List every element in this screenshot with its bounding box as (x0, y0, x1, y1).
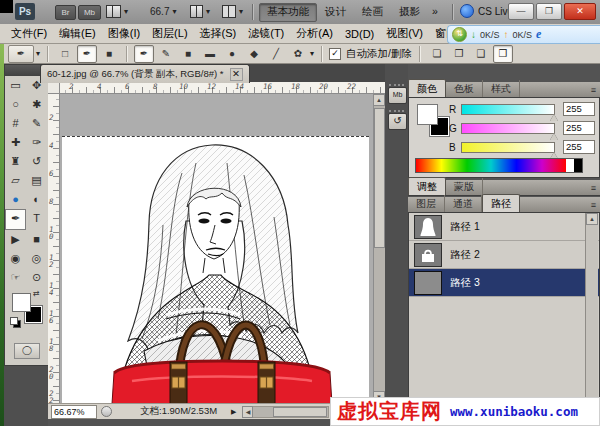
shape-tool[interactable]: ■ (26, 230, 47, 249)
tab-close-icon[interactable]: ✕ (230, 68, 243, 81)
tab-paths[interactable]: 路径 (482, 194, 520, 212)
green-slider[interactable] (461, 123, 555, 134)
line-button[interactable]: ╱ (266, 45, 286, 63)
arrange-documents-button[interactable]: ▾ (106, 4, 128, 19)
restore-button[interactable]: ❐ (536, 3, 562, 20)
green-value-field[interactable]: 255 (563, 121, 595, 135)
rectangle-button[interactable]: ■ (178, 45, 198, 63)
mini-bridge-panel-icon[interactable]: Mb (388, 87, 407, 104)
path-exclude-button[interactable]: ❒ (493, 45, 513, 63)
paths-scrollbar[interactable]: ▲ (585, 213, 598, 426)
brush-tool[interactable]: ✑ (26, 133, 47, 152)
default-colors-icon[interactable] (10, 317, 20, 327)
pen-tool[interactable]: ✒ (5, 209, 26, 230)
slider-thumb-icon[interactable] (550, 114, 558, 121)
lasso-tool[interactable]: ○ (5, 95, 26, 114)
tab-styles[interactable]: 样式 (483, 80, 520, 97)
rotate-view-tool[interactable]: ◉ (5, 249, 26, 268)
vertical-ruler[interactable]: 2 4 6 8 10 12 14 16 18 20 22 (48, 94, 60, 403)
document-tab[interactable]: 60-12.jpg @ 66.7% (背景 副本, RGB/8#) * ✕ (40, 64, 250, 83)
horizontal-ruler[interactable]: 2 4 6 8 10 12 14 16 18 20 22 (60, 82, 385, 94)
quick-mask-button[interactable]: ◯ (14, 343, 40, 359)
horizontal-scroll-track[interactable] (253, 406, 329, 418)
tab-color[interactable]: 颜色 (408, 79, 446, 97)
dodge-tool[interactable]: ◐ (26, 190, 47, 209)
ellipse-button[interactable]: ● (222, 45, 242, 63)
history-panel-icon[interactable]: ↺ (388, 113, 407, 130)
color-spectrum-ramp[interactable] (415, 158, 583, 173)
path-thumbnail[interactable] (414, 271, 442, 295)
blue-value-field[interactable]: 255 (563, 140, 595, 154)
rounded-rectangle-button[interactable]: ▬ (200, 45, 220, 63)
close-button[interactable]: ✕ (564, 3, 596, 20)
menu-3d[interactable]: 3D(D) (340, 28, 379, 40)
freeform-pen-button[interactable]: ✎ (156, 45, 176, 63)
blue-slider[interactable] (461, 142, 555, 153)
menu-select[interactable]: 选择(S) (195, 26, 242, 41)
hand-tool[interactable]: ☞ (5, 268, 26, 287)
foreground-color-swatch[interactable] (417, 104, 438, 125)
shape-layers-mode-button[interactable]: □ (55, 45, 75, 63)
path-row-3-selected[interactable]: 路径 3 (409, 269, 599, 297)
menu-view[interactable]: 视图(V) (381, 26, 428, 41)
vertical-scroll-thumb[interactable] (374, 108, 385, 248)
black-swatch[interactable] (574, 159, 582, 172)
minimize-button[interactable]: — (508, 3, 534, 20)
3d-camera-tool[interactable]: ◎ (26, 249, 47, 268)
image-with-selection-marquee[interactable] (62, 136, 369, 403)
mini-bridge-button[interactable]: Mb (78, 5, 101, 20)
zoom-tool[interactable]: ⊙ (26, 268, 47, 287)
custom-shape-button[interactable]: ✿ (288, 45, 308, 63)
path-row-1[interactable]: 路径 1 (409, 213, 599, 241)
tab-swatches[interactable]: 色板 (446, 80, 483, 97)
zoom-level-control[interactable]: 66.7 ▾ (150, 4, 176, 19)
menu-file[interactable]: 文件(F) (6, 26, 52, 41)
view-extras-button[interactable]: ▾ (190, 4, 210, 19)
scroll-left-icon[interactable]: ◀ (242, 406, 253, 418)
path-add-button[interactable]: ❏ (427, 45, 447, 63)
path-subtract-button[interactable]: ❐ (449, 45, 469, 63)
path-row-2[interactable]: 路径 2 (409, 241, 599, 269)
fill-pixels-mode-button[interactable]: ■ (99, 45, 119, 63)
tab-channels[interactable]: 通道 (445, 195, 482, 212)
shape-list-dropdown[interactable]: ▾ (310, 49, 314, 58)
path-selection-tool[interactable]: ▶ (5, 230, 26, 249)
status-popup-arrow[interactable]: ▶ (231, 408, 236, 416)
horizontal-scroll-thumb[interactable] (273, 407, 327, 417)
polygon-button[interactable]: ◆ (244, 45, 264, 63)
blur-tool[interactable]: ● (5, 190, 26, 209)
spectrum-gradient[interactable] (416, 159, 566, 172)
eyedropper-tool[interactable]: ✎ (26, 114, 47, 133)
path-thumbnail[interactable] (414, 215, 442, 239)
horizontal-scrollbar[interactable]: ◀ (242, 406, 329, 418)
tab-masks[interactable]: 蒙版 (446, 178, 483, 195)
foreground-color-swatch[interactable] (12, 293, 31, 312)
tab-adjustments[interactable]: 调整 (408, 177, 446, 195)
zoom-percent-field[interactable]: 66.67% (51, 405, 97, 419)
red-slider[interactable] (461, 104, 555, 115)
workspace-photography-button[interactable]: 摄影 (392, 3, 427, 20)
scroll-up-icon[interactable]: ▲ (373, 94, 385, 106)
vertical-scrollbar[interactable]: ▲ ▼ (373, 94, 385, 403)
type-tool[interactable]: T (26, 209, 47, 228)
pen-tool-preset-button[interactable]: ✒ (8, 45, 34, 63)
panel-menu-icon[interactable]: ≡ (587, 85, 600, 97)
eraser-tool[interactable]: ▱ (5, 171, 26, 190)
menu-filter[interactable]: 滤镜(T) (243, 26, 289, 41)
path-intersect-button[interactable]: ❑ (471, 45, 491, 63)
bridge-button[interactable]: Br (55, 5, 76, 20)
speed-monitor-icon[interactable]: ⇅ (452, 27, 467, 42)
red-value-field[interactable]: 255 (563, 102, 595, 116)
rect-marquee-tool[interactable]: ▭ (5, 76, 26, 95)
workspace-essentials-button[interactable]: 基本功能 (259, 3, 317, 22)
gradient-tool[interactable]: ▤ (26, 171, 47, 190)
crop-tool[interactable]: # (5, 114, 26, 133)
slider-thumb-icon[interactable] (550, 133, 558, 140)
pen-button[interactable]: ✒ (134, 45, 154, 63)
white-swatch[interactable] (566, 159, 574, 172)
menu-layer[interactable]: 图层(L) (147, 26, 192, 41)
swap-colors-icon[interactable]: ⇄ (33, 289, 40, 298)
tab-layers[interactable]: 图层 (408, 195, 445, 212)
path-thumbnail[interactable] (414, 243, 442, 267)
healing-brush-tool[interactable]: ✚ (5, 133, 26, 152)
